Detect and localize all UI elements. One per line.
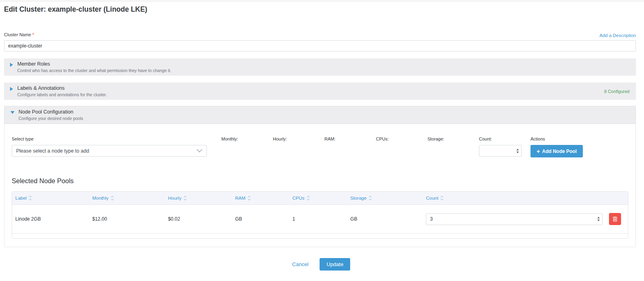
sort-icon [29,196,32,200]
section-node-pool-configuration: Node Pool Configuration Configure your d… [4,106,636,247]
delete-pool-button[interactable] [609,213,621,225]
header-text: Label [15,196,27,200]
select-type-label: Select type [12,136,207,142]
accordion-text: Member Roles Control who has access to t… [17,61,171,73]
sort-icon [248,196,251,200]
table-header-cpus[interactable]: CPUs [289,196,347,200]
accordion-text: Node Pool Configuration Configure your d… [19,109,83,121]
row-count-stepper[interactable] [426,213,602,225]
monthly-column: Monthly: [221,136,273,145]
cpus-label: CPUs: [376,136,427,142]
required-asterisk: * [32,32,34,37]
cluster-name-label: Cluster Name [4,32,31,37]
node-type-select-value: Please select a node type to add [16,148,89,154]
select-type-group: Select type Please select a node type to… [12,136,207,157]
count-stepper[interactable] [479,145,522,157]
table-header-ram[interactable]: RAM [232,196,289,200]
table-header-row: Label Monthly Hourly RAM [12,192,628,205]
stepper-down-icon[interactable] [597,220,600,221]
hourly-column: Hourly: [273,136,324,145]
node-pool-row: Linode 2GB $12.00 $0.02 GB 1 GB [12,205,628,233]
sort-icon [440,196,444,200]
header-text: Monthly [92,196,108,200]
storage-label: Storage: [427,136,479,142]
stepper-up-icon[interactable] [516,149,519,150]
ram-column: RAM: [324,136,376,145]
accordion-title: Labels & Annotations [17,85,107,91]
plus-icon: + [537,148,540,154]
table-footer-strip [12,233,628,238]
page-title: Edit Cluster: example-cluster (Linode LK… [4,2,636,14]
node-pool-section-body: Select type Please select a node type to… [4,124,636,247]
count-input[interactable] [479,145,521,156]
stepper-down-icon[interactable] [516,151,519,153]
cell-ram: GB [232,216,289,222]
accordion-labels-annotations[interactable]: Labels & Annotations Configure labels an… [4,83,636,100]
cpus-column: CPUs: [376,136,427,145]
hourly-label: Hourly: [273,136,324,142]
count-column: Count: [479,136,530,157]
stepper-up-icon[interactable] [597,217,600,219]
node-type-select[interactable]: Please select a node type to add [12,145,207,157]
add-node-pool-button[interactable]: + Add Node Pool [530,145,583,157]
cluster-name-input[interactable] [4,40,636,52]
table-header-hourly[interactable]: Hourly [165,196,232,200]
cell-hourly: $0.02 [165,216,232,222]
cell-storage: GB [347,216,423,222]
caret-down-icon [10,111,14,114]
node-pool-form: Select type Please select a node type to… [12,136,628,157]
cell-monthly: $12.00 [89,216,165,222]
accordion-description: Control who has access to the cluster an… [17,68,171,73]
footer-actions: Cancel Update [4,258,636,271]
accordion-title: Member Roles [17,61,171,67]
storage-column: Storage: [427,136,479,145]
cell-cpus: 1 [289,216,347,222]
header-text: Hourly [168,196,181,200]
selected-node-pools-heading: Selected Node Pools [12,177,628,185]
cell-actions [606,213,628,225]
accordion-member-roles[interactable]: Member Roles Control who has access to t… [4,58,636,76]
accordion-node-pool-configuration[interactable]: Node Pool Configuration Configure your d… [4,106,636,124]
cluster-name-label-group: Cluster Name* [4,31,34,38]
cluster-name-row: Cluster Name* Add a Description [4,31,636,38]
sort-icon [111,196,114,200]
sort-icon [307,196,310,200]
edit-cluster-page: Edit Cluster: example-cluster (Linode LK… [0,2,644,271]
row-count-input[interactable] [426,214,602,225]
monthly-label: Monthly: [221,136,273,142]
add-description-link[interactable]: Add a Description [599,33,636,38]
table-header-monthly[interactable]: Monthly [89,196,165,200]
configured-count-badge: 8 Configured [604,89,630,94]
accordion-description: Configure your desired node pools [19,116,83,121]
stepper-arrows [597,217,600,221]
table-header-storage[interactable]: Storage [347,196,423,200]
sort-icon [369,196,372,200]
trash-icon [613,216,617,222]
accordion-description: Configure labels and annotations for the… [17,92,107,97]
cell-count [423,213,605,225]
cell-label: Linode 2GB [12,216,89,222]
header-text: CPUs [292,196,304,200]
selected-node-pools-table: Label Monthly Hourly RAM [12,191,628,239]
header-text: RAM [235,196,246,200]
caret-right-icon [10,63,13,67]
count-label: Count: [479,136,530,142]
chevron-down-icon [196,149,202,153]
add-node-pool-button-label: Add Node Pool [542,149,577,154]
accordion-text: Labels & Annotations Configure labels an… [17,85,107,97]
sort-icon [184,196,187,200]
actions-column: Actions + Add Node Pool [530,136,583,157]
table-header-label[interactable]: Label [12,196,89,200]
accordion-title: Node Pool Configuration [19,109,83,115]
cancel-button[interactable]: Cancel [290,261,311,268]
ram-label: RAM: [324,136,376,142]
update-button[interactable]: Update [320,258,350,271]
header-text: Count [426,196,438,200]
caret-right-icon [10,87,13,91]
table-header-count[interactable]: Count [423,196,605,200]
actions-label: Actions [530,136,583,142]
header-text: Storage [350,196,366,200]
stepper-arrows [516,149,519,153]
